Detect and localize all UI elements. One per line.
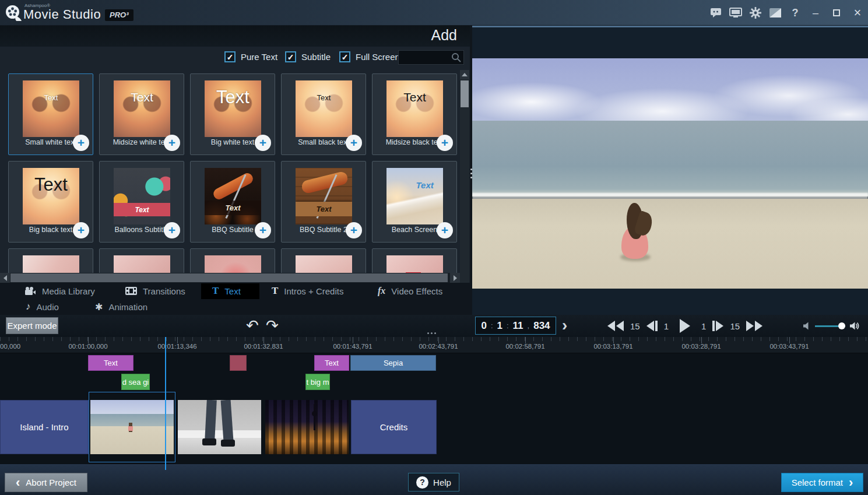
horizontal-scrollbar[interactable]	[0, 273, 460, 283]
track-header-handle-icon[interactable]	[427, 332, 436, 334]
help-button[interactable]: ? Help	[408, 473, 459, 492]
close-button[interactable]: ×	[847, 4, 868, 22]
overlay-text: Text	[23, 80, 79, 114]
template-card-big-white-text[interactable]: Text Big white text +	[190, 73, 275, 155]
overlay-text: Text	[114, 203, 170, 216]
volume-knob[interactable]	[838, 322, 845, 329]
add-template-button[interactable]: +	[346, 135, 362, 151]
skip-forward-button[interactable]	[745, 320, 764, 332]
timecode-display[interactable]: 0 : 1 : 11 , 834	[475, 317, 556, 335]
tab-transitions[interactable]: Transitions	[125, 283, 185, 299]
checkbox-checked-icon	[285, 51, 296, 62]
sepia-effect-clip[interactable]: Sepia	[350, 355, 436, 371]
plus-icon: +	[441, 223, 448, 237]
caption-clip[interactable]: d sea gi	[121, 374, 150, 390]
add-template-button[interactable]: +	[73, 135, 89, 151]
app-title: Movie Studio	[23, 7, 101, 22]
play-button[interactable]	[679, 318, 691, 334]
redo-button[interactable]: ↷	[266, 315, 279, 336]
undo-button[interactable]: ↶	[246, 315, 259, 336]
tab-video-effects[interactable]: fx Video Effects	[378, 283, 442, 299]
add-template-button[interactable]: +	[164, 222, 180, 238]
timeline-ruler[interactable]: 00,000 00:01:00,000 00:01:13,346 00:01:3…	[0, 337, 868, 353]
tab-intros-credits[interactable]: T Intros + Credits	[272, 283, 343, 299]
template-card-small-black-text[interactable]: Text Small black text +	[281, 73, 366, 155]
add-template-button[interactable]: +	[255, 135, 271, 151]
template-card-bbq-subtitle-2[interactable]: Text BBQ Subtitle 2 +	[281, 161, 366, 243]
news-icon[interactable]	[765, 4, 785, 22]
credits-clip[interactable]: Credits	[351, 400, 437, 454]
template-thumbnail: Text	[386, 168, 443, 224]
add-template-button[interactable]: +	[255, 222, 271, 238]
help-icon[interactable]: ?	[785, 4, 805, 22]
add-template-button[interactable]: +	[73, 222, 89, 238]
mute-speaker-icon[interactable]	[803, 322, 810, 330]
minimize-button[interactable]: –	[805, 4, 826, 22]
intro-clip[interactable]: Island - Intro	[0, 400, 89, 454]
seated-woman-graphic	[619, 203, 652, 264]
filter-pure-text-checkbox[interactable]: Pure Text	[224, 51, 277, 62]
ruler-label: 00:03:13,791	[593, 343, 632, 350]
template-card-balloons-subtitle[interactable]: Text Balloons Subtitle +	[99, 161, 184, 243]
step-forward-button[interactable]	[711, 320, 725, 332]
beach-video-clip[interactable]	[90, 400, 174, 454]
template-card-beach-screen[interactable]: Text Beach Screen +	[372, 161, 457, 243]
redo-icon: ↷	[266, 317, 279, 334]
search-input[interactable]	[399, 53, 451, 62]
tab-text[interactable]: T Text	[212, 283, 241, 299]
select-format-button[interactable]: Select format ›	[781, 473, 863, 492]
playhead[interactable]	[165, 337, 166, 470]
volume-slider[interactable]	[815, 325, 845, 327]
preview-video-frame	[472, 58, 868, 289]
template-card-small-white-text[interactable]: Text Small white text +	[8, 73, 93, 155]
filter-subtitle-checkbox[interactable]: Subtitle	[285, 51, 331, 62]
maximize-button[interactable]	[826, 4, 847, 22]
city-night-video-clip[interactable]	[265, 400, 349, 454]
add-template-button[interactable]: +	[346, 222, 362, 238]
tab-audio[interactable]: ♪ Audio	[26, 299, 59, 314]
step-back-frames: 1	[664, 321, 669, 331]
ruler-label: 00:01:43,791	[333, 343, 372, 350]
skip-back-button[interactable]	[606, 320, 625, 332]
movie-studio-window: Ashampoo® Movie Studio PRO³	[0, 0, 868, 495]
scroll-right-arrow[interactable]	[450, 273, 460, 283]
asterisk-icon: ✱	[95, 301, 103, 313]
expert-mode-button[interactable]: Expert mode	[6, 317, 58, 334]
panel-title: Add	[431, 27, 457, 44]
text-effect-clip[interactable]: Text	[314, 355, 349, 371]
sausage-graphic	[212, 171, 255, 202]
filter-full-screen-checkbox[interactable]: Full Screen	[339, 51, 400, 62]
vertical-scrollbar[interactable]	[460, 70, 469, 283]
abort-project-button[interactable]: ‹ Abort Project	[5, 473, 87, 492]
tab-animation[interactable]: ✱ Animation	[95, 299, 147, 314]
vertical-scroll-thumb[interactable]	[461, 80, 469, 107]
add-template-button[interactable]: +	[437, 135, 453, 151]
step-back-button[interactable]	[645, 320, 659, 332]
ruler-label: 00:01:32,831	[244, 343, 283, 350]
horizontal-scroll-thumb[interactable]	[10, 273, 448, 282]
walking-video-clip[interactable]	[178, 400, 261, 454]
scroll-up-arrow[interactable]	[460, 70, 469, 79]
pro-badge: PRO³	[105, 9, 133, 21]
plus-icon: +	[441, 136, 448, 149]
search-box[interactable]	[398, 50, 464, 65]
settings-gear-icon[interactable]	[746, 4, 765, 22]
caption-clip[interactable]: t big m	[305, 374, 330, 390]
template-card-big-black-text[interactable]: Text Big black text +	[8, 161, 93, 243]
feedback-icon[interactable]	[706, 4, 726, 22]
add-template-button[interactable]: +	[164, 135, 180, 151]
effect-clip[interactable]	[230, 355, 247, 371]
screen-capture-icon[interactable]	[726, 4, 746, 22]
tab-media-library[interactable]: Media Library	[24, 283, 95, 299]
template-card-bbq-subtitle[interactable]: Text BBQ Subtitle +	[190, 161, 275, 243]
film-reel-logo-icon	[5, 4, 22, 22]
speaker-icon[interactable]	[850, 322, 860, 330]
template-card-midsize-white-text[interactable]: Text Midsize white text +	[99, 73, 184, 155]
scroll-left-arrow[interactable]	[0, 273, 10, 283]
template-card-midsize-black-text[interactable]: Text Midsize black text +	[372, 73, 457, 155]
text-effect-clip[interactable]: Text	[88, 355, 133, 371]
plus-icon: +	[78, 136, 85, 149]
ruler-label: 00:02:43,791	[419, 343, 458, 350]
add-template-button[interactable]: +	[437, 222, 453, 238]
jump-next-button[interactable]: ›	[562, 316, 567, 335]
